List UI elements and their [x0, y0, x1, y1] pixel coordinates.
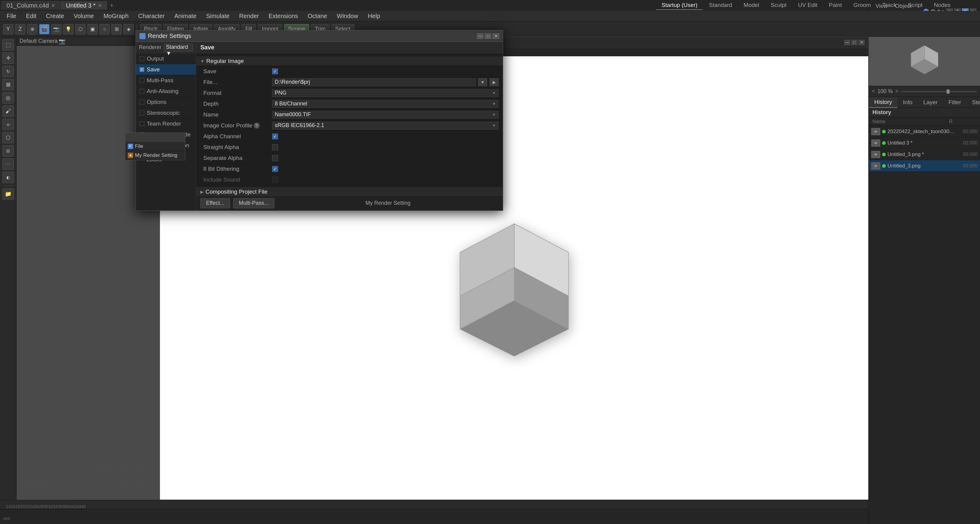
- toolbar-render-icon[interactable]: 🎬: [39, 24, 49, 34]
- section-compositing[interactable]: ▶ Compositing Project File: [196, 187, 503, 195]
- colorprofile-help-icon[interactable]: ?: [254, 122, 260, 129]
- tool-rotate[interactable]: ↻: [2, 66, 14, 77]
- toolbar-field-icon[interactable]: ◈: [124, 24, 134, 34]
- sidebar-item-options[interactable]: Options: [136, 97, 196, 108]
- hist-tab-info[interactable]: Info: [897, 97, 918, 108]
- form-straightalpha-checkbox[interactable]: [272, 144, 278, 150]
- toolbar-camera-icon[interactable]: 📷: [51, 24, 62, 34]
- menu-file[interactable]: File: [2, 11, 21, 21]
- menu-help[interactable]: Help: [364, 11, 384, 21]
- form-colorprofile-select[interactable]: sRGB IEC61966-2.1 ▼: [272, 122, 499, 130]
- sidebar-checkbox-save[interactable]: ✓: [140, 67, 144, 72]
- history-row-3[interactable]: Untitled_3.png 00:000: [869, 160, 980, 171]
- ws-tab-paint[interactable]: Paint: [823, 1, 847, 10]
- menu-extensions[interactable]: Extensions: [264, 11, 302, 21]
- menu-mograph[interactable]: MoGraph: [99, 11, 132, 21]
- form-dithering-checkbox[interactable]: ✓: [272, 166, 278, 172]
- hist-tab-history[interactable]: History: [869, 97, 897, 108]
- render-view-minimize-btn[interactable]: —: [844, 40, 850, 45]
- ws-tab-sculpt[interactable]: Sculpt: [765, 1, 792, 10]
- menu-edit[interactable]: Edit: [22, 11, 40, 21]
- menu-volume[interactable]: Volume: [70, 11, 98, 21]
- ws-tab-uvedit[interactable]: UV Edit: [792, 1, 823, 10]
- renderer-select[interactable]: Standard ▼: [164, 44, 193, 51]
- render-view-close-btn[interactable]: ✕: [859, 40, 865, 45]
- history-row-1[interactable]: Untitled 3 * 00:000: [869, 137, 980, 149]
- ws-tab-nodes[interactable]: Nodes: [929, 1, 956, 10]
- tab-add-button[interactable]: +: [108, 1, 116, 10]
- sidebar-item-output[interactable]: Output: [136, 53, 196, 64]
- timeline-content[interactable]: ure: [0, 509, 869, 524]
- ws-tab-standard[interactable]: Standard: [703, 1, 738, 10]
- ws-tab-model[interactable]: Model: [738, 1, 765, 10]
- toolbar-deform-icon[interactable]: ⊞: [111, 24, 122, 34]
- tool-magnet[interactable]: ◐: [2, 171, 14, 183]
- form-file-open-btn[interactable]: ▶: [490, 78, 499, 86]
- dialog-close-btn[interactable]: ✕: [493, 33, 499, 39]
- ws-tab-track[interactable]: Track: [877, 1, 902, 10]
- zoom-out-btn[interactable]: >: [895, 88, 899, 95]
- tab-01-column-close[interactable]: ✕: [51, 3, 55, 8]
- toolbar-move-icon[interactable]: Y: [3, 24, 13, 34]
- form-sound-checkbox[interactable]: [272, 177, 278, 183]
- form-save-checkbox[interactable]: ✓: [272, 68, 278, 75]
- render-view-maximize-btn[interactable]: □: [851, 40, 858, 45]
- toolbar-scale-icon[interactable]: ⊕: [27, 24, 37, 34]
- tool-folder[interactable]: 📁: [2, 188, 14, 200]
- toolbar-rotate-icon[interactable]: Z: [15, 24, 25, 34]
- form-file-browse-btn[interactable]: ▼: [478, 78, 487, 86]
- history-row-2[interactable]: Untitled_3.png * 00:000: [869, 149, 980, 160]
- zoom-in-btn[interactable]: <: [872, 88, 875, 95]
- zoom-handle[interactable]: [947, 89, 950, 94]
- toolbar-shape-icon[interactable]: ⬡: [75, 24, 86, 34]
- dialog-minimize-btn[interactable]: —: [477, 33, 484, 39]
- tool-polygon[interactable]: ⬡: [2, 132, 14, 143]
- menu-octane[interactable]: Octane: [303, 11, 331, 21]
- menu-simulate[interactable]: Simulate: [202, 11, 234, 21]
- tool-loop[interactable]: ⊟: [2, 145, 14, 157]
- form-alpha-checkbox[interactable]: ✓: [272, 133, 278, 140]
- sidebar-checkbox-teamrender[interactable]: [140, 121, 144, 126]
- history-row-0[interactable]: 20220422_sktech_toon0301.png 00:000: [869, 126, 980, 137]
- form-name-select[interactable]: Name0000.TIF ▼: [272, 111, 499, 119]
- menu-create[interactable]: Create: [42, 11, 68, 21]
- toolbar-null-icon[interactable]: ○: [99, 24, 110, 34]
- tab-untitled3[interactable]: Untitled 3 * ✕: [61, 1, 107, 10]
- sidebar-checkbox-options[interactable]: [140, 100, 144, 105]
- tab-untitled3-close[interactable]: ✕: [98, 3, 102, 8]
- tool-live-select[interactable]: ◎: [2, 92, 14, 103]
- zoom-slider[interactable]: [901, 91, 977, 92]
- sidebar-item-save[interactable]: ✓ Save: [136, 64, 196, 75]
- sidebar-item-stereoscopic[interactable]: Stereoscopic: [136, 108, 196, 118]
- tool-scale[interactable]: ⊠: [2, 79, 14, 91]
- sidebar-item-teamrender[interactable]: Team Render: [136, 118, 196, 129]
- form-format-select[interactable]: PNG ▼: [272, 89, 499, 97]
- sidebar-checkbox-output[interactable]: [140, 56, 144, 61]
- toolbar-poly-icon[interactable]: ▣: [88, 24, 98, 34]
- ws-tab-groom[interactable]: Groom: [848, 1, 877, 10]
- sidebar-checkbox-antialiasing[interactable]: [140, 89, 144, 94]
- toolbar-light-icon[interactable]: 💡: [63, 24, 73, 34]
- multipass-btn[interactable]: Multi-Pass...: [233, 198, 274, 208]
- hist-tab-stereo[interactable]: Stereo: [967, 97, 980, 108]
- ws-tab-script[interactable]: Script: [902, 1, 928, 10]
- form-file-path[interactable]: D:\Render\$prj: [272, 78, 476, 86]
- menu-render[interactable]: Render: [235, 11, 263, 21]
- tool-knife[interactable]: ⋯: [2, 159, 14, 170]
- menu-animate[interactable]: Animate: [170, 11, 200, 21]
- tool-selection[interactable]: ⬚: [2, 39, 14, 51]
- section-regular-image[interactable]: ▼ Regular Image: [196, 56, 503, 66]
- menu-character[interactable]: Character: [134, 11, 169, 21]
- hist-tab-filter[interactable]: Filter: [943, 97, 966, 108]
- popup-item-rendersetting[interactable]: ★ My Render Setting: [125, 151, 185, 160]
- popup-item-file[interactable]: F File: [125, 142, 185, 151]
- ws-tab-startup[interactable]: Startup (User): [656, 1, 703, 10]
- tool-paint[interactable]: 🖌: [2, 105, 14, 117]
- sidebar-item-antialiasing[interactable]: Anti-Aliasing: [136, 86, 196, 97]
- effect-btn[interactable]: Effect...: [200, 198, 230, 208]
- tool-sculpt[interactable]: ⌯: [2, 119, 14, 130]
- sidebar-item-multipass[interactable]: Multi-Pass: [136, 75, 196, 86]
- dialog-maximize-btn[interactable]: □: [485, 33, 492, 39]
- form-depth-select[interactable]: 8 Bit/Channel ▼: [272, 100, 499, 108]
- sidebar-checkbox-multipass[interactable]: [140, 78, 144, 83]
